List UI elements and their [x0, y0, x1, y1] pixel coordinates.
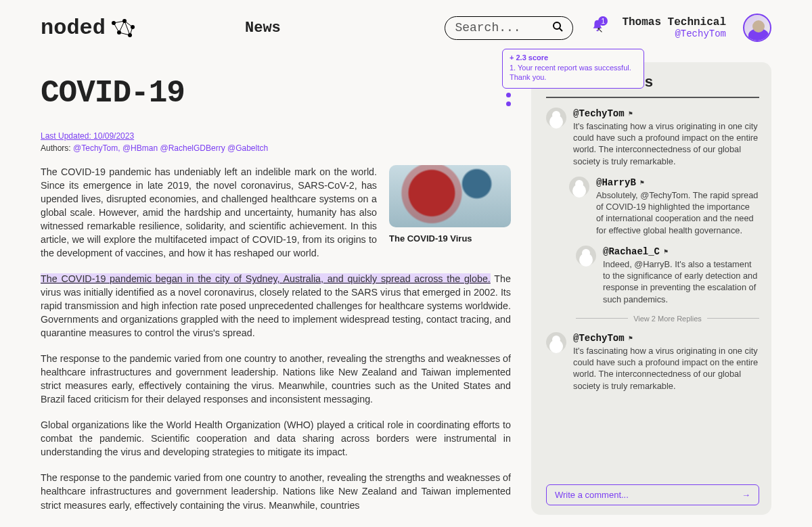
authors-list[interactable]: @TechyTom, @HBman @RachelGDBerry @Gabelt… [73, 143, 268, 153]
user-menu[interactable]: Thomas Technical @TechyTom [622, 16, 726, 39]
cursor-icon: ↖ [597, 26, 603, 35]
virus-image[interactable] [389, 165, 511, 227]
comment-item: @TechyTom⚑ It's fascinating how a virus … [546, 108, 759, 167]
nav-news[interactable]: News [245, 20, 281, 37]
svg-point-5 [554, 22, 560, 29]
view-more-replies[interactable]: View 2 More Replies [576, 315, 759, 323]
paragraph: Global organizations like the World Heal… [41, 418, 511, 459]
search-placeholder: Search... [455, 21, 520, 35]
article: COVID-19 Last Updated: 10/09/2023 Author… [41, 49, 511, 515]
article-title: COVID-19 [41, 76, 511, 111]
last-updated: Last Updated: 10/09/2023 [41, 131, 134, 141]
comment-text: It's fascinating how a virus originating… [573, 120, 759, 167]
notification-score: + 2.3 score [510, 53, 637, 62]
comments-panel: 120 Comments @TechyTom⚑ It's fascinating… [531, 62, 771, 515]
comment-text: Absolutely, @TechyTom. The rapid spread … [596, 189, 759, 236]
comment-item: @TechyTom⚑ It's fascinating how a virus … [546, 332, 759, 392]
article-figure: The COVID-19 Virus [389, 165, 511, 245]
paragraph: The response to the pandemic varied from… [41, 471, 511, 511]
logo-graph-icon [110, 18, 137, 38]
avatar[interactable] [743, 14, 771, 42]
paragraph: The COVID-19 pandemic began in the city … [41, 272, 511, 340]
authors-label: Authors: [41, 143, 71, 153]
avatar[interactable] [569, 177, 589, 197]
comment-placeholder: Write a comment... [555, 490, 629, 500]
comment-user[interactable]: @TechyTom⚑ [573, 108, 759, 120]
comment-text: Indeed, @HarryB. It's also a testament t… [603, 258, 759, 305]
flag-icon[interactable]: ⚑ [629, 334, 633, 344]
paragraph: The COVID-19 pandemic has undeniably lef… [41, 165, 377, 260]
user-name: Thomas Technical [622, 16, 726, 28]
paragraph: The response to the pandemic varied from… [41, 352, 511, 406]
article-meta: Last Updated: 10/09/2023 Authors: @Techy… [41, 131, 511, 153]
header: noded News Search... 1 ↖ Thomas Technica… [0, 0, 812, 49]
article-body: The COVID-19 pandemic has undeniably lef… [41, 165, 511, 512]
flag-icon[interactable]: ⚑ [640, 179, 644, 188]
flag-icon[interactable]: ⚑ [629, 110, 633, 119]
submit-icon[interactable]: → [742, 490, 750, 500]
notification-popup: + 2.3 score 1. Your recent report was su… [502, 49, 644, 89]
comment-input[interactable]: Write a comment... → [546, 484, 759, 505]
highlighted-text[interactable]: The COVID-19 pandemic began in the city … [41, 273, 491, 284]
search-input[interactable]: Search... [445, 16, 573, 40]
comment-user[interactable]: @Rachael_C⚑ [603, 246, 759, 258]
svg-line-6 [560, 28, 562, 31]
notification-badge: 1 [598, 16, 608, 26]
logo-text: noded [41, 16, 106, 41]
comment-user[interactable]: @HarryB⚑ [596, 177, 759, 189]
avatar[interactable] [576, 246, 596, 266]
user-handle: @TechyTom [622, 28, 726, 39]
logo[interactable]: noded [41, 16, 137, 41]
comment-item: @HarryB⚑ Absolutely, @TechyTom. The rapi… [569, 177, 759, 236]
comments-list: @TechyTom⚑ It's fascinating how a virus … [546, 108, 759, 480]
avatar[interactable] [546, 332, 566, 352]
avatar[interactable] [546, 108, 566, 128]
figure-caption: The COVID-19 Virus [389, 233, 511, 245]
notification-message[interactable]: 1. Your recent report was successful. Th… [510, 63, 637, 83]
comment-item: @Rachael_C⚑ Indeed, @HarryB. It's also a… [576, 246, 759, 305]
flag-icon[interactable]: ⚑ [664, 248, 668, 257]
notifications-button[interactable]: 1 ↖ [590, 19, 605, 37]
comment-text: It's fascinating how a virus originating… [573, 345, 759, 392]
search-icon [552, 21, 563, 35]
comment-user[interactable]: @TechyTom⚑ [573, 332, 759, 345]
